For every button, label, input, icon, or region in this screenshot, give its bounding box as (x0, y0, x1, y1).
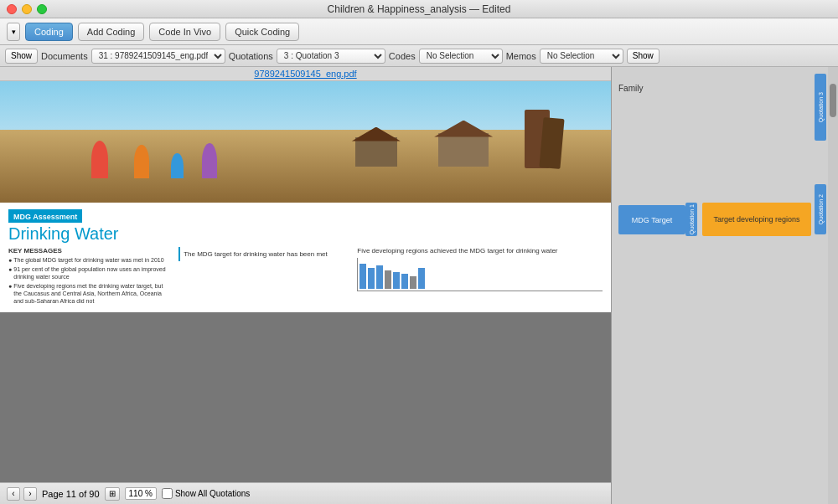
control-bar: Show Documents 31 : 9789241509145_eng.pd… (0, 45, 838, 67)
window-controls (7, 4, 47, 14)
quick-coding-button[interactable]: Quick Coding (225, 23, 299, 41)
pdf-filename[interactable]: 9789241509145_eng.pdf (0, 67, 611, 81)
show-button-right[interactable]: Show (627, 49, 660, 64)
show-all-quotations-check[interactable]: Show All Quotations (162, 488, 251, 499)
codes-select[interactable]: No Selection (419, 49, 503, 64)
target-dev-box: Target developing regions (702, 203, 811, 236)
pdf-panel: 9789241509145_eng.pdf (0, 67, 612, 504)
mdg-target-label: MDG Target (632, 216, 672, 224)
pdf-view-container: 9789241509145_eng.pdf (0, 67, 611, 504)
documents-label: Documents (41, 51, 88, 61)
mdg-target-text: The MDG target for drinking water has be… (184, 250, 328, 258)
documents-select[interactable]: 31 : 9789241509145_eng.pdf (91, 49, 225, 64)
coding-button[interactable]: Coding (25, 23, 73, 41)
target-dev-label: Target developing regions (713, 215, 799, 224)
mdg-target-box: MDG Target (618, 205, 685, 234)
toolbar-arrow-btn[interactable]: ▾ (7, 23, 20, 41)
quotations-select[interactable]: 3 : Quotation 3 (277, 49, 385, 64)
scrollbar-thumb (830, 84, 836, 117)
maximize-button[interactable] (37, 4, 47, 14)
key-messages-title: KEY MESSAGES (8, 247, 172, 255)
code-in-vivo-button[interactable]: Code In Vivo (149, 23, 220, 41)
family-label: Family (618, 84, 643, 93)
quotation-3-label: Quotation 3 (818, 92, 824, 122)
quotation-2-label: Quotation 2 (818, 194, 824, 224)
memos-select[interactable]: No Selection (540, 49, 623, 64)
key-text-3: Five developing regions met the drinking… (13, 282, 172, 305)
right-panel: Family Quotation 3 MDG Target Quotation … (612, 67, 838, 504)
prev-page-btn[interactable]: ‹ (7, 487, 20, 501)
mdg-header-text: MDG Assessment (13, 213, 77, 221)
main-toolbar: ▾ Coding Add Coding Code In Vivo Quick C… (0, 18, 838, 45)
close-button[interactable] (7, 4, 17, 14)
key-text-2: 91 per cent of the global population now… (13, 265, 172, 280)
quotations-label: Quotations (229, 51, 273, 61)
main-content: 9789241509145_eng.pdf (0, 67, 838, 504)
quotation-bar-1: Quotation 1 (685, 203, 697, 236)
next-page-btn[interactable]: › (23, 487, 37, 501)
quotation-1-label: Quotation 1 (689, 204, 695, 234)
pdf-image (0, 81, 611, 203)
quotation-bar-2: Quotation 2 (815, 184, 826, 234)
page-nav: ‹ › (7, 487, 37, 501)
five-regions-text: Five developing regions achieved the MDG… (357, 247, 603, 255)
grid-view-btn[interactable]: ⊞ (105, 487, 120, 501)
annotation-area: Family Quotation 3 MDG Target Quotation … (612, 67, 838, 504)
pdf-nav-bar: ‹ › Page 11 of 90 ⊞ 110 % Show All Quota… (0, 482, 611, 504)
zoom-level: 110 % (125, 487, 157, 500)
pdf-text-area: MDG Assessment Drinking Water KEY MESSAG… (0, 203, 611, 312)
minimize-button[interactable] (22, 4, 32, 14)
titlebar: Children & Happiness_analysis — Edited (0, 0, 838, 18)
key-text-1: The global MDG target for drinking water… (13, 256, 163, 264)
window-title: Children & Happiness_analysis — Edited (328, 3, 511, 15)
show-button-left[interactable]: Show (5, 49, 38, 64)
quotation-bar-3: Quotation 3 (815, 74, 826, 141)
memos-label: Memos (506, 51, 536, 61)
codes-label: Codes (389, 51, 416, 61)
page-info: Page 11 of 90 (42, 489, 100, 499)
right-scrollbar[interactable] (828, 67, 838, 504)
add-coding-button[interactable]: Add Coding (78, 23, 145, 41)
mdg-title: Drinking Water (8, 224, 603, 244)
